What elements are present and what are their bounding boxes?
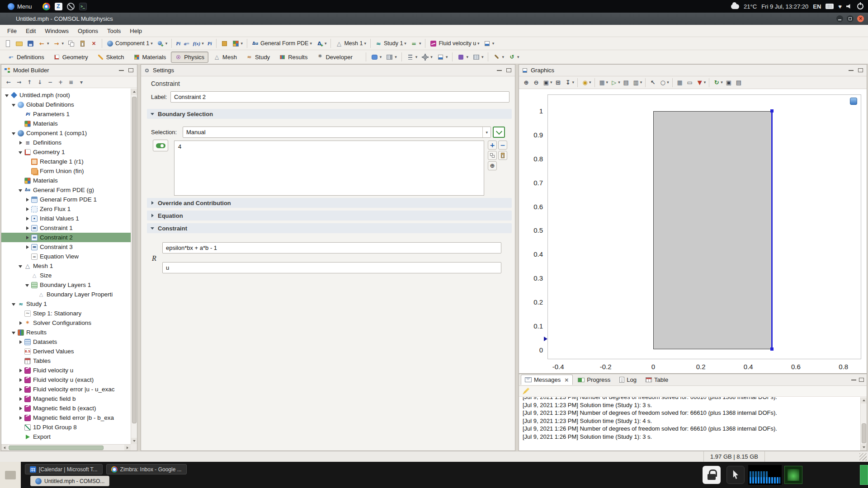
tree-item-zero-flux-1[interactable]: Zero Flux 1: [1, 204, 131, 214]
ribbon-tab-sketch[interactable]: Sketch: [93, 52, 128, 63]
ribbon-tab-definitions[interactable]: Definitions: [4, 52, 48, 63]
chevron-down-icon[interactable]: ▾: [482, 127, 491, 137]
expander-open-icon[interactable]: [24, 282, 30, 288]
grid-icon[interactable]: ▦: [675, 78, 684, 87]
taskbar-button-zimbra-inbox-google[interactable]: Zimbra: Inbox - Google ...: [106, 464, 187, 474]
zoom-to-selection-icon[interactable]: ⊞: [554, 78, 563, 87]
ruler-icon[interactable]: ▭: [685, 78, 694, 87]
tree-item-materials[interactable]: Materials: [1, 176, 131, 185]
tree-item-parameters-1[interactable]: Parameters 1: [1, 109, 131, 119]
distro-menu-button[interactable]: Menu: [5, 2, 35, 11]
taskbar-launcher-button[interactable]: [0, 462, 21, 488]
volume-icon[interactable]: [846, 4, 853, 9]
section-constraint[interactable]: Constraint: [147, 223, 512, 233]
variables-button[interactable]: a=: [183, 39, 191, 48]
print-icon[interactable]: ▤: [734, 78, 743, 87]
expander-closed-icon[interactable]: [24, 197, 30, 202]
tree-item-solver-configurations[interactable]: Solver Configurations: [1, 318, 131, 328]
ribbon-tab-developer[interactable]: Developer: [312, 52, 356, 63]
expander-closed-icon[interactable]: [24, 225, 30, 231]
expander-open-icon[interactable]: [11, 301, 16, 307]
filter-icon[interactable]: ▼▾: [695, 78, 707, 87]
label-input[interactable]: [170, 91, 509, 103]
tree-item-constraint-1[interactable]: Constraint 1: [1, 223, 131, 233]
minimize-panel-icon[interactable]: [848, 67, 854, 73]
select-icon[interactable]: ↖: [648, 78, 657, 87]
tree-item-constraint-2[interactable]: Constraint 2: [1, 233, 131, 242]
save-icon[interactable]: [25, 39, 36, 48]
minimize-panel-icon[interactable]: [118, 67, 125, 73]
tree-item-magnetic-field-b-exact[interactable]: Magnetic field b (exact): [1, 404, 131, 413]
expander-closed-icon[interactable]: [18, 368, 23, 373]
scrollbar-thumb[interactable]: [862, 423, 866, 443]
expander-closed-icon[interactable]: [24, 206, 30, 212]
tree-item-datasets[interactable]: Datasets: [1, 337, 131, 347]
delete-icon[interactable]: [89, 39, 99, 48]
selection-list-item[interactable]: 4: [178, 143, 480, 151]
expander-closed-icon[interactable]: [24, 235, 30, 240]
float-panel-icon[interactable]: [857, 67, 864, 73]
layout-columns-icon[interactable]: ▾: [471, 52, 485, 62]
section-override-and-contribution[interactable]: Override and Contribution: [147, 198, 512, 208]
tree-item-initial-values-1[interactable]: Initial Values 1: [1, 214, 131, 223]
maximize-window-icon[interactable]: [847, 15, 854, 22]
color-icon[interactable]: ▤: [622, 78, 631, 87]
expander-open-icon[interactable]: [11, 131, 16, 136]
scroll-up-icon[interactable]: [861, 397, 867, 404]
ribbon-tab-mesh[interactable]: Mesh: [209, 52, 241, 63]
constraint-shape-input[interactable]: [162, 262, 501, 273]
tree-item-step-1-stationary[interactable]: Step 1: Stationary: [1, 309, 131, 318]
plot-group-selector[interactable]: Fluid velocity u▾: [428, 39, 481, 48]
tree-item-definitions[interactable]: Definitions: [1, 138, 131, 147]
ribbon-tab-physics[interactable]: Physics: [171, 52, 208, 63]
constraint-expression-input[interactable]: [162, 242, 501, 253]
ribbon-tab-geometry[interactable]: Geometry: [49, 52, 92, 63]
scroll-down-icon[interactable]: [131, 438, 137, 444]
copy-selection-icon[interactable]: [488, 151, 497, 160]
tab-table[interactable]: Table: [642, 375, 672, 385]
physics-selector[interactable]: General Form PDE▾: [250, 39, 313, 48]
graphics-canvas[interactable]: 00.10.20.30.40.50.60.70.80.91 -0.4-0.200…: [519, 89, 867, 373]
keyboard-icon[interactable]: [826, 4, 834, 9]
expander-closed-icon[interactable]: [24, 216, 30, 221]
undo-icon[interactable]: ▾: [37, 39, 51, 48]
tree-item-mesh-1[interactable]: Mesh 1: [1, 261, 131, 271]
menu-tools[interactable]: Tools: [103, 26, 125, 36]
tree-item-component-1-comp1[interactable]: Component 1 (comp1): [1, 128, 131, 138]
window-manager-icon[interactable]: ▾: [369, 52, 383, 62]
snapshot-icon[interactable]: ▣: [724, 78, 733, 87]
window-titlebar[interactable]: Untitled.mph - COMSOL Multiphysics: [0, 13, 868, 25]
section-boundary-selection[interactable]: Boundary Selection: [147, 109, 512, 119]
tree-item-fluid-velocity-u[interactable]: Fluid velocity u: [1, 366, 131, 375]
menu-edit[interactable]: Edit: [21, 26, 40, 36]
mesh-selector[interactable]: Mesh 1▾: [334, 39, 368, 48]
study-selector[interactable]: Study 1▾: [373, 39, 408, 48]
spectrum-widget[interactable]: [748, 465, 782, 485]
tree-item-rectangle-1-r1[interactable]: Rectangle 1 (r1): [1, 157, 131, 166]
tree-item-fluid-velocity-u-exact[interactable]: Fluid velocity u (exact): [1, 375, 131, 385]
expander-open-icon[interactable]: [18, 263, 23, 269]
forward-icon[interactable]: →: [15, 78, 23, 86]
scroll-down-icon[interactable]: [861, 444, 867, 450]
expander-closed-icon[interactable]: [18, 140, 23, 145]
heart-icon[interactable]: [838, 3, 842, 10]
section-equation[interactable]: Equation: [147, 211, 512, 221]
tools-icon[interactable]: ▾: [491, 52, 505, 62]
build-all-icon[interactable]: [219, 39, 230, 48]
language-indicator[interactable]: EN: [813, 3, 821, 10]
clear-messages-icon[interactable]: [523, 388, 529, 394]
deselect-icon[interactable]: ○▾: [658, 78, 670, 87]
close-tab-icon[interactable]: ×: [564, 377, 569, 383]
tree-item-fluid-velocity-error-u-u-exac[interactable]: Fluid velocity error |u - u_exac: [1, 385, 131, 394]
messages-log[interactable]: [Jul 9, 2021 1:23 PM] Number of degrees …: [519, 397, 860, 450]
refresh-icon[interactable]: ↻▾: [712, 78, 723, 87]
activate-selection-button[interactable]: [493, 127, 505, 138]
lock-icon[interactable]: [703, 466, 721, 484]
back-icon[interactable]: ←: [5, 78, 13, 86]
minimize-panel-icon[interactable]: [496, 67, 503, 73]
terminal-icon[interactable]: [79, 3, 87, 10]
menu-file[interactable]: File: [3, 26, 21, 36]
filter-dropdown-icon[interactable]: ▾: [77, 78, 85, 86]
scrollbar-thumb[interactable]: [9, 446, 104, 450]
tree-item-general-form-pde-1[interactable]: General Form PDE 1: [1, 195, 131, 204]
